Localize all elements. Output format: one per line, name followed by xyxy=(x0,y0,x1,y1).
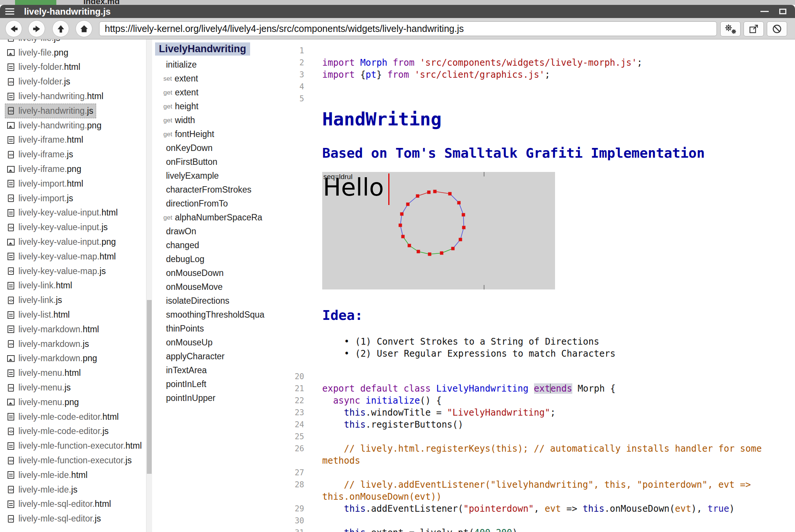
outline-item[interactable]: thinPoints xyxy=(152,322,277,336)
file-item[interactable]: lively-import.js xyxy=(5,191,146,206)
outline-item[interactable]: get extent xyxy=(152,86,277,99)
outline-item[interactable]: livelyExample xyxy=(152,169,277,183)
code-line[interactable] xyxy=(317,93,795,105)
code-line[interactable]: methods xyxy=(317,455,795,467)
code-line[interactable]: this.extent = lively.pt(400,200) xyxy=(317,527,795,532)
file-item[interactable]: lively-handwriting.js xyxy=(5,104,96,118)
sidebar-scrollbar-track[interactable] xyxy=(146,39,152,532)
code-line[interactable] xyxy=(317,467,795,479)
file-item[interactable]: lively-key-value-map.js xyxy=(5,264,146,279)
file-item[interactable]: lively-menu.html xyxy=(5,366,146,380)
settings-button[interactable] xyxy=(720,21,741,36)
code-line[interactable] xyxy=(317,371,795,383)
outline-item[interactable]: onMouseMove xyxy=(152,280,277,294)
hamburger-menu-icon[interactable] xyxy=(5,8,14,15)
file-item[interactable]: lively-iframe.html xyxy=(5,133,146,148)
file-item[interactable]: lively-import.html xyxy=(5,176,146,191)
minimize-button[interactable] xyxy=(760,7,769,17)
outline-item[interactable]: characterFromStrokes xyxy=(152,183,277,197)
file-item[interactable]: lively-mle-function-executor.js xyxy=(5,453,146,468)
code-line[interactable]: this.addEventListener("pointerdown", evt… xyxy=(317,503,795,515)
outline-item[interactable]: get alphaNumberSpaceRa xyxy=(152,211,277,225)
outline-item[interactable]: get fontHeight xyxy=(152,127,277,141)
file-item[interactable]: lively-iframe.png xyxy=(5,162,146,176)
file-item[interactable]: lively-key-value-map.html xyxy=(5,249,146,264)
outline-item[interactable]: get height xyxy=(152,99,277,113)
block-button[interactable] xyxy=(767,21,787,36)
file-item[interactable]: lively-link.js xyxy=(5,293,146,307)
outline-item[interactable]: directionFromTo xyxy=(152,197,277,211)
outline-item[interactable]: onMouseUp xyxy=(152,336,277,350)
file-item[interactable]: lively-mle-function-executor.html xyxy=(5,439,146,453)
outline-item[interactable]: pointInLeft xyxy=(152,377,277,391)
file-item[interactable]: lively-file.js xyxy=(5,39,146,45)
file-item[interactable]: lively-link.html xyxy=(5,279,146,293)
outline-item[interactable]: set extent xyxy=(152,72,277,86)
code-line[interactable]: // lively.addEventListener("livelyhandwr… xyxy=(317,479,795,491)
url-input[interactable] xyxy=(99,21,717,36)
line-number: 26 xyxy=(277,443,317,455)
outline-item[interactable]: changed xyxy=(152,238,277,252)
file-item[interactable]: lively-mle-code-editor.html xyxy=(5,410,146,424)
file-item[interactable]: lively-handwriting.html xyxy=(5,89,146,104)
file-item[interactable]: lively-key-value-input.js xyxy=(5,220,146,235)
outline-item[interactable]: initialize xyxy=(152,58,277,72)
file-item[interactable]: lively-handwriting.png xyxy=(5,118,146,133)
file-item[interactable]: lively-list.html xyxy=(5,307,146,322)
open-external-button[interactable] xyxy=(744,21,764,36)
outline-item[interactable]: onKeyDown xyxy=(152,141,277,155)
file-item[interactable]: lively-mle-code-editor.js xyxy=(5,424,146,439)
file-item[interactable]: lively-file.png xyxy=(5,45,146,60)
home-button[interactable] xyxy=(75,20,92,37)
outline-class-header[interactable]: LivelyHandwriting xyxy=(155,42,250,56)
outline-item[interactable]: pointInUpper xyxy=(152,391,277,405)
canvas-top-tick xyxy=(484,172,484,176)
file-item[interactable]: lively-iframe.js xyxy=(5,147,146,162)
outline-item[interactable]: smoothingThresholdSqua xyxy=(152,308,277,322)
sidebar-scrollbar-thumb[interactable] xyxy=(147,300,152,474)
file-item[interactable]: lively-folder.js xyxy=(5,74,146,89)
outline-item[interactable]: onMouseDown xyxy=(152,266,277,280)
code-line[interactable]: this.windowTitle = "LivelyHandwriting"; xyxy=(317,407,795,419)
code-line[interactable]: // lively.html.registerKeys(this); // au… xyxy=(317,443,795,455)
code-line[interactable]: this.registerButtons() xyxy=(317,419,795,431)
outline-item[interactable]: get width xyxy=(152,113,277,127)
up-button[interactable] xyxy=(52,20,69,37)
file-item[interactable]: lively-mle-ide.html xyxy=(5,468,146,482)
accessor-prefix: get xyxy=(163,103,172,110)
file-item[interactable]: lively-menu.js xyxy=(5,380,146,395)
outline-item[interactable]: debugLog xyxy=(152,252,277,266)
back-button[interactable] xyxy=(5,20,22,37)
outline-item[interactable]: applyCharacter xyxy=(152,350,277,363)
code-line[interactable] xyxy=(317,81,795,93)
code-line[interactable] xyxy=(317,45,795,57)
code-line[interactable]: import Morph from 'src/components/widget… xyxy=(317,57,795,69)
file-item[interactable]: lively-mle-sql-editor.html xyxy=(5,497,146,512)
code-line[interactable]: export default class LivelyHandwriting e… xyxy=(317,383,795,395)
file-item[interactable]: lively-mle-ide.js xyxy=(5,482,146,497)
outline-item[interactable]: inTextArea xyxy=(152,363,277,377)
file-item[interactable]: lively-mle-sql-editor.js xyxy=(5,511,146,526)
code-editor[interactable]: 12import Morph from 'src/components/widg… xyxy=(277,39,795,532)
maximize-button[interactable] xyxy=(778,7,787,17)
code-line[interactable] xyxy=(317,515,795,527)
file-item[interactable]: lively-markdown.js xyxy=(5,337,146,351)
handwriting-canvas[interactable]: seq=ldrul Hello xyxy=(322,172,555,289)
file-item[interactable]: lively-key-value-input.png xyxy=(5,235,146,249)
code-line[interactable]: async initialize() { xyxy=(317,395,795,407)
file-item[interactable]: lively-folder.html xyxy=(5,60,146,75)
method-name: fontHeight xyxy=(175,129,214,139)
outline-item[interactable]: isolateDirections xyxy=(152,294,277,308)
outline-item[interactable]: drawOn xyxy=(152,225,277,238)
file-item[interactable]: lively-markdown.html xyxy=(5,322,146,337)
forward-button[interactable] xyxy=(28,20,45,37)
file-item[interactable]: lively-key-value-input.html xyxy=(5,206,146,220)
code-line[interactable]: import {pt} from 'src/client/graphics.js… xyxy=(317,69,795,81)
outline-item[interactable]: onFirstButton xyxy=(152,155,277,169)
file-item[interactable]: lively-menu.png xyxy=(5,395,146,410)
file-type-icon xyxy=(7,369,15,377)
code-line[interactable] xyxy=(317,431,795,443)
code-line[interactable]: this.onMouseDown(evt)) xyxy=(317,491,795,503)
code-row: 29 this.addEventListener("pointerdown", … xyxy=(277,503,795,515)
file-item[interactable]: lively-markdown.png xyxy=(5,351,146,366)
